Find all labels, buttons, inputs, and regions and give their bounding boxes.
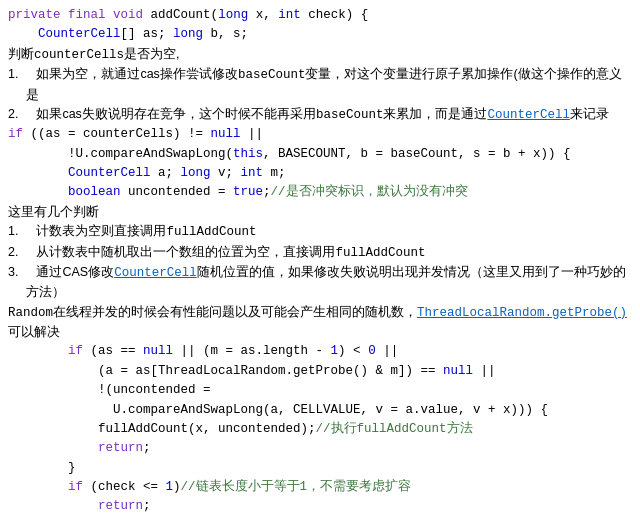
code-line-check: if (check <= 1)//链表长度小于等于1，不需要考虑扩容	[8, 478, 632, 497]
code-line-random: (a = as[ThreadLocalRandom.getProbe() & m…	[8, 362, 632, 381]
cn-judge-2: 2. 从计数表中随机取出一个数组的位置为空，直接调用fullAddCount	[8, 243, 632, 263]
code-line-if: if ((as = counterCells) != null ||	[8, 125, 632, 144]
code-line-full: fullAddCount(x, uncontended);//执行fullAdd…	[8, 420, 632, 439]
code-line-return2: return;	[8, 497, 632, 516]
cn-line-3: 判断counterCells是否为空,	[8, 45, 632, 65]
cn-random: Random在线程并发的时候会有性能问题以及可能会产生相同的随机数，Thread…	[8, 303, 632, 343]
cn-list-1: 1. 如果为空，就通过cas操作尝试修改baseCount变量，对这个变量进行原…	[8, 65, 632, 105]
code-line-close1: }	[8, 459, 632, 478]
code-line-return1: return;	[8, 439, 632, 458]
cn-judgement: 这里有几个判断	[8, 203, 632, 222]
cn-list-2: 2. 如果cas失败说明存在竞争，这个时候不能再采用baseCount来累加，而…	[8, 105, 632, 125]
cn-judge-3: 3. 通过CAS修改CounterCell随机位置的值，如果修改失败说明出现并发…	[8, 263, 632, 303]
code-line-bool: boolean uncontended = true;//是否冲突标识，默认为没…	[8, 183, 632, 202]
code-line-uncon: !(uncontended =	[8, 381, 632, 400]
code-line-2: CounterCell[] as; long b, s;	[8, 25, 632, 44]
code-line-vars: CounterCell a; long v; int m;	[8, 164, 632, 183]
code-line-if2: if (as == null || (m = as.length - 1) < …	[8, 342, 632, 361]
code-line-1: private final void addCount(long x, int …	[8, 6, 632, 25]
cn-judge-1: 1. 计数表为空则直接调用fullAddCount	[8, 222, 632, 242]
code-line-cas2: U.compareAndSwapLong(a, CELLVALUE, v = a…	[8, 401, 632, 420]
code-container: private final void addCount(long x, int …	[0, 0, 640, 517]
code-line-cas1: !U.compareAndSwapLong(this, BASECOUNT, b…	[8, 145, 632, 164]
